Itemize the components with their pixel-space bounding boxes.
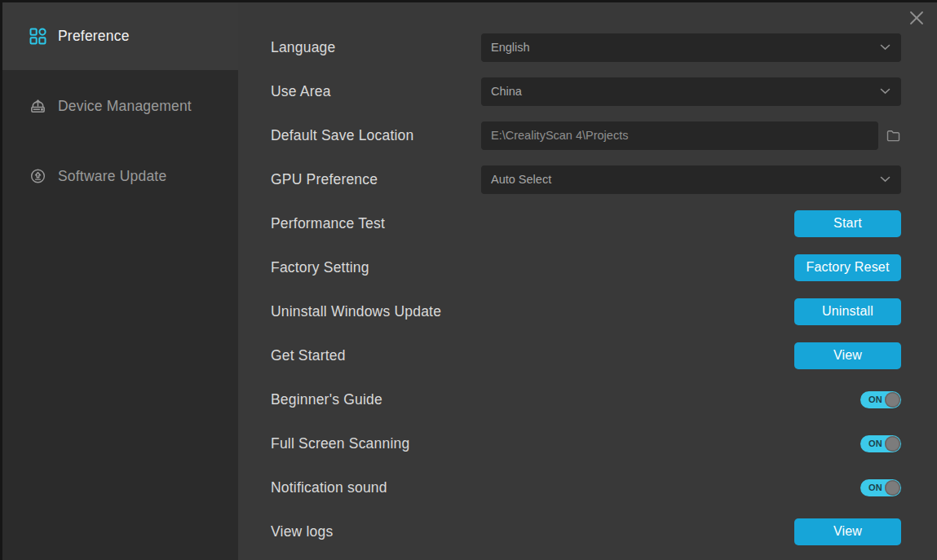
preferences-dialog: Preference Device Management [0, 0, 937, 560]
save-location-control: E:\CrealityScan 4\Projects [481, 121, 901, 150]
close-button[interactable] [905, 7, 928, 29]
window-left-border [0, 0, 2, 560]
row-label: Full Screen Scanning [271, 435, 409, 452]
row-label: Performance Test [271, 215, 385, 232]
start-button[interactable]: Start [794, 210, 901, 237]
setting-row-notification-sound: Notification sound ON [271, 465, 901, 509]
setting-row-use-area: Use Area China [271, 69, 901, 113]
row-label: GPU Preference [271, 171, 378, 188]
close-icon [908, 9, 926, 27]
dropdown-value: China [491, 85, 522, 98]
sidebar: Preference Device Management [0, 0, 238, 560]
save-location-input[interactable]: E:\CrealityScan 4\Projects [481, 121, 878, 150]
get-started-view-button[interactable]: View [794, 342, 901, 369]
dropdown-value: Auto Select [491, 173, 551, 186]
setting-row-uninstall-windows-update: Uninstall Windows Update Uninstall [271, 289, 901, 333]
setting-row-factory-setting: Factory Setting Factory Reset [271, 245, 901, 289]
row-label: Factory Setting [271, 259, 369, 276]
sidebar-item-device-management[interactable]: Device Management [2, 71, 238, 141]
chevron-down-icon [880, 44, 891, 51]
setting-row-performance-test: Performance Test Start [271, 201, 901, 245]
language-dropdown[interactable]: English [481, 33, 901, 62]
sidebar-item-preference[interactable]: Preference [2, 2, 238, 70]
row-label: Default Save Location [271, 127, 413, 144]
sidebar-item-label: Software Update [58, 168, 166, 185]
setting-row-view-logs: View logs View [271, 509, 901, 553]
toggle-on-label: ON [868, 439, 882, 448]
window-top-border [0, 0, 937, 2]
sidebar-item-label: Preference [58, 28, 130, 45]
grid-icon [29, 28, 46, 45]
setting-row-beginners-guide: Beginner's Guide ON [271, 377, 901, 421]
row-label: Use Area [271, 83, 331, 100]
row-label: Uninstall Windows Update [271, 303, 441, 320]
chevron-down-icon [880, 176, 891, 183]
setting-row-get-started: Get Started View [271, 333, 901, 377]
row-label: Get Started [271, 347, 346, 364]
gpu-preference-dropdown[interactable]: Auto Select [481, 165, 901, 194]
toggle-knob [885, 436, 900, 452]
toggle-on-label: ON [868, 395, 882, 404]
dropdown-value: English [491, 41, 530, 54]
setting-row-full-screen-scanning: Full Screen Scanning ON [271, 421, 901, 465]
settings-panel: Language English Use Area China Default … [271, 25, 901, 553]
row-label: Language [271, 39, 335, 56]
view-logs-button[interactable]: View [794, 518, 901, 545]
uninstall-button[interactable]: Uninstall [794, 298, 901, 325]
row-label: View logs [271, 523, 333, 540]
setting-row-gpu-preference: GPU Preference Auto Select [271, 157, 901, 201]
use-area-dropdown[interactable]: China [481, 77, 901, 106]
beginners-guide-toggle[interactable]: ON [860, 391, 901, 408]
toggle-knob [885, 480, 900, 496]
folder-icon [886, 130, 900, 142]
row-label: Beginner's Guide [271, 391, 382, 408]
browse-folder-button[interactable] [885, 127, 901, 143]
factory-reset-button[interactable]: Factory Reset [794, 254, 901, 281]
chevron-down-icon [880, 88, 891, 95]
sidebar-item-software-update[interactable]: Software Update [2, 141, 238, 211]
full-screen-scanning-toggle[interactable]: ON [860, 435, 901, 452]
update-circle-icon [29, 168, 46, 185]
scanner-upload-icon [29, 98, 46, 115]
toggle-knob [885, 392, 900, 408]
row-label: Notification sound [271, 479, 387, 496]
setting-row-language: Language English [271, 25, 901, 69]
toggle-on-label: ON [868, 483, 882, 492]
setting-row-save-location: Default Save Location E:\CrealityScan 4\… [271, 113, 901, 157]
sidebar-item-label: Device Management [58, 98, 192, 115]
notification-sound-toggle[interactable]: ON [860, 479, 901, 496]
